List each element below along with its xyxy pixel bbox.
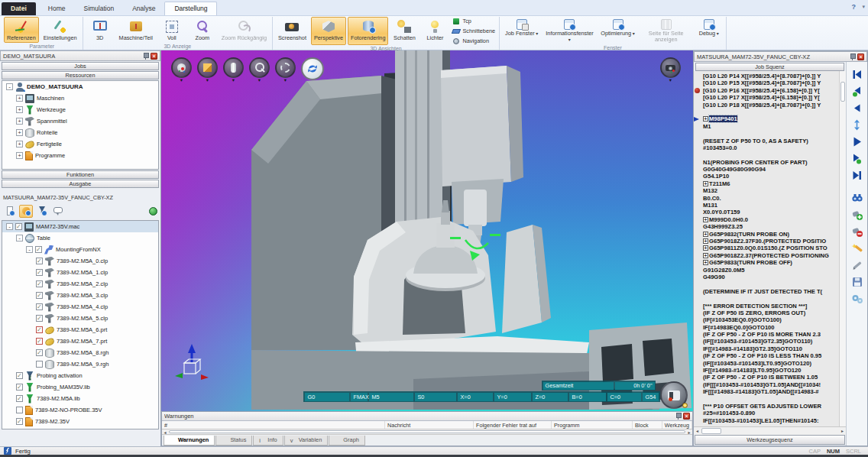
tree-item[interactable]: Table <box>2 232 158 244</box>
expand-box-icon[interactable] <box>703 181 708 186</box>
bottom-tab[interactable]: Warnungen <box>164 436 215 446</box>
gcode-line[interactable] <box>703 109 839 115</box>
tree-item[interactable]: Rohteile <box>2 127 158 138</box>
informationsfenster-button[interactable]: Informationsfenster <box>542 17 596 44</box>
edit-pencil-button[interactable] <box>850 259 864 271</box>
tree-item[interactable]: Probing_MAM35V.lib <box>2 381 158 393</box>
item-checkbox[interactable] <box>16 418 23 425</box>
gcode-line[interactable]: [G10 L20 P17 X[[#958/25.4]+[6.158]+[0.]]… <box>703 94 839 101</box>
gcode-line[interactable]: (IF[[#103453-#101453]GT2.35]GOTO110) <box>703 338 839 345</box>
tree-item[interactable]: 7389-M2.35V <box>2 416 158 427</box>
gcode-line[interactable]: [G10 L20 P16 X[[#958/25.4]+[6.158]+[0.]]… <box>703 87 839 94</box>
gcode-line[interactable]: (RESET Z OF P50 TO 0, AS A SAFETY) <box>703 138 839 144</box>
item-checkbox[interactable] <box>36 292 43 299</box>
dropdown-caret-icon[interactable]: ▾ <box>206 78 209 83</box>
gcode-line[interactable]: M132 <box>703 187 839 194</box>
item-checkbox[interactable] <box>36 315 43 322</box>
remove-tool-button[interactable] <box>850 225 864 238</box>
ausgabe-section-button[interactable]: Ausgabe <box>2 180 159 188</box>
column-header[interactable]: # <box>162 421 385 429</box>
gcode-line[interactable]: X0.0Y0.0T159 <box>703 209 839 216</box>
close-icon[interactable]: × <box>683 413 690 420</box>
tree-item[interactable]: MountingFromNX <box>2 244 158 255</box>
gcode-line[interactable]: G49G90 <box>703 274 839 280</box>
ribbon-tab[interactable]: Home <box>39 2 75 15</box>
job-fenster-button[interactable]: Job Fenster <box>502 17 541 44</box>
tcp-toggle[interactable]: Tcp <box>452 17 495 25</box>
gcode-line[interactable] <box>703 151 839 158</box>
item-checkbox[interactable] <box>35 246 42 253</box>
render-mode-button[interactable]: ▾ <box>197 57 218 83</box>
gcode-line[interactable] <box>703 130 839 137</box>
gcode-listing[interactable]: [G10 L20 P14 X[[#958/25.4]+[8.7087]+[0.]… <box>694 71 839 426</box>
range-select-button[interactable] <box>850 118 864 131</box>
voll-button[interactable]: Voll <box>157 17 186 43</box>
tree-item[interactable]: 7389-M2.M5A_4.clp <box>2 301 158 313</box>
view-orientation-button[interactable]: ▾ <box>171 57 192 83</box>
ribbon-tab[interactable]: Analyse <box>123 2 164 15</box>
gcode-line[interactable]: (IF Z OF P50 - Z OF P10 IS MORE THAN 2.3 <box>703 331 839 338</box>
warnings-hscrollbar[interactable]: ◂ ▸ <box>162 429 692 435</box>
scroll-left-icon[interactable]: ◂ <box>694 428 701 434</box>
item-checkbox[interactable] <box>16 372 23 379</box>
close-icon[interactable]: × <box>857 53 864 60</box>
tree-item[interactable]: 7389-M2-NO-PROBE.35V <box>2 404 158 416</box>
scroll-right-icon[interactable]: ▸ <box>839 428 846 434</box>
skip-to-end-button[interactable] <box>850 169 864 181</box>
camera-views-button[interactable]: ▾ <box>660 57 681 83</box>
column-header[interactable]: Block <box>633 421 662 429</box>
tree-item[interactable]: Werkzeuge <box>2 104 158 115</box>
sync-view-button[interactable] <box>301 57 324 80</box>
expander-icon[interactable] <box>16 235 23 241</box>
column-header[interactable]: Programm <box>552 421 633 429</box>
gcode-line[interactable]: N1(PROBING FOR CENTER OF PART) <box>703 159 839 166</box>
step-back-button[interactable] <box>850 102 864 114</box>
tree-item[interactable]: Probing activation <box>2 370 158 381</box>
gcode-line[interactable] <box>703 396 839 403</box>
code-hscrollbar[interactable]: ◂ ▸ <box>694 426 846 435</box>
gcode-line[interactable]: G43H999Z3.25 <box>703 223 839 230</box>
expand-box-icon[interactable] <box>703 253 708 258</box>
expander-icon[interactable] <box>16 129 23 136</box>
tree-item[interactable]: Spannmittel <box>2 115 158 127</box>
gcode-line[interactable]: G91G28Z0.0M5 <box>703 267 839 274</box>
tree-item[interactable]: 7389-M2.M5A_6.prt <box>2 324 158 335</box>
tree-item[interactable]: 7389-M2.M5A_9.rgh <box>2 358 158 370</box>
zoom-rueckgaengig-button[interactable]: Zoom Rückgängig <box>219 17 270 43</box>
navigation-toggle[interactable]: Navigation <box>452 37 495 45</box>
tree-item[interactable]: 7389-M2.M5A_3.clp <box>2 290 158 301</box>
item-checkbox[interactable] <box>36 258 43 264</box>
scrollbar-thumb[interactable] <box>169 430 685 433</box>
bottom-tab[interactable]: Status <box>215 436 252 446</box>
sequence-settings-button[interactable] <box>850 293 864 305</box>
item-checkbox[interactable] <box>36 361 43 368</box>
funktionen-section-button[interactable]: Funktionen <box>2 170 159 179</box>
gcode-line[interactable]: G65P9811Z0.0Q0.01S150.(Z POSITION STO <box>703 245 839 251</box>
gcode-line[interactable]: (IF Z OF P50 - Z OF P10 IS BETWEEN 1.05 <box>703 374 839 381</box>
jobs-section-button[interactable]: Jobs <box>2 62 159 70</box>
item-checkbox[interactable] <box>36 338 43 345</box>
gcode-line[interactable]: (IF Z OF P50 IS ZERO, ERRORS OUT) <box>703 310 839 316</box>
schatten-button[interactable]: Schatten <box>390 17 419 45</box>
gcode-line[interactable]: G54.1P10 <box>703 173 839 180</box>
zoom-button[interactable]: Zoom <box>188 17 217 43</box>
item-checkbox[interactable] <box>15 223 22 230</box>
gcode-line[interactable]: #103453=0.0 <box>703 144 839 151</box>
expander-icon[interactable] <box>6 83 13 90</box>
display-options-button[interactable]: ▾ <box>275 57 296 83</box>
zoom-tools-button[interactable]: ▾ <box>249 57 270 83</box>
edit-with-wizard-button[interactable] <box>850 242 864 254</box>
item-checkbox[interactable] <box>16 384 23 391</box>
optimierung-button[interactable]: Optimierung <box>598 17 637 44</box>
gcode-line[interactable]: IF[[#14983-#14183]LT0.95]GOTO120 <box>703 367 839 374</box>
expand-box-icon[interactable] <box>703 238 708 244</box>
gcode-line[interactable]: (IF[#103453EQ0.0]GOTO100) <box>703 316 839 323</box>
gcode-line[interactable]: IF[#14983EQ0.0]GOTO100 <box>703 324 839 331</box>
tree-item[interactable]: 7389-M2.M5A_7.prt <box>2 335 158 347</box>
column-header[interactable]: Nachricht <box>385 421 474 429</box>
gcode-line[interactable]: (IF Z OF P50 - Z OF P10 IS LESS THAN 0.9… <box>703 352 839 359</box>
scrollbar-thumb[interactable] <box>701 428 721 434</box>
gcode-line[interactable]: [G10 L20 P14 X[[#958/25.4]+[8.7087]+[0.]… <box>703 73 839 79</box>
gcode-line[interactable]: IF[[[#14983-#14183]GT1.05]AND[[#14983-# <box>703 388 839 395</box>
screenshot-button[interactable]: Screenshot <box>275 17 309 45</box>
